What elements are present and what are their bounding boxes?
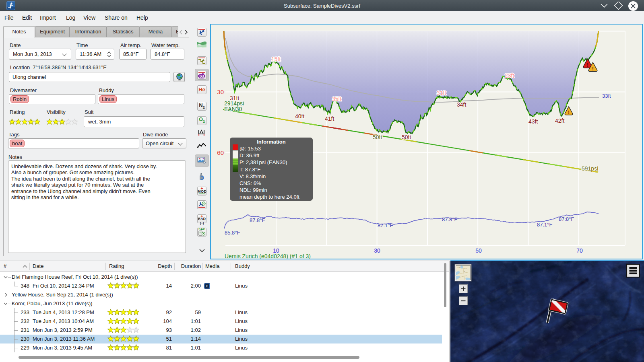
svg-text:50: 50 <box>475 247 482 254</box>
svg-text:60: 60 <box>217 149 224 156</box>
svg-text:15ft: 15ft <box>271 56 281 62</box>
svg-text:31ft: 31ft <box>437 90 446 96</box>
svg-text:Uemis Zurich (e04d0248) (#1 of: Uemis Zurich (e04d0248) (#1 of 3) <box>225 253 311 259</box>
svg-text:87.1°F: 87.1°F <box>537 222 553 228</box>
svg-text:87.1°F: 87.1°F <box>378 222 393 228</box>
svg-text:87:8°F: 87:8°F <box>559 216 574 222</box>
svg-text:50ft: 50ft <box>373 134 382 140</box>
svg-text:40ft: 40ft <box>295 113 304 119</box>
svg-text:591psi: 591psi <box>582 165 598 172</box>
svg-text:87.8°F: 87.8°F <box>250 217 265 223</box>
svg-text:50ft: 50ft <box>402 134 411 140</box>
svg-text:42ft: 42ft <box>555 117 564 124</box>
svg-text:85.8°F: 85.8°F <box>225 230 240 236</box>
svg-text:23ft: 23ft <box>505 72 514 79</box>
svg-text:!: ! <box>568 110 570 115</box>
svg-text:41ft: 41ft <box>325 115 334 122</box>
svg-text:30: 30 <box>217 88 224 95</box>
svg-text:!: ! <box>587 62 588 68</box>
svg-text:EAN30: EAN30 <box>224 106 242 112</box>
svg-text:87.8°F: 87.8°F <box>442 216 458 222</box>
svg-text:34ft: 34ft <box>457 101 466 108</box>
svg-text:70: 70 <box>576 247 583 254</box>
svg-text:30: 30 <box>374 247 380 254</box>
svg-text:43ft: 43ft <box>528 118 538 125</box>
svg-text:!: ! <box>592 66 594 72</box>
svg-text:33ft: 33ft <box>602 93 611 99</box>
svg-text:35ft: 35ft <box>332 96 341 102</box>
